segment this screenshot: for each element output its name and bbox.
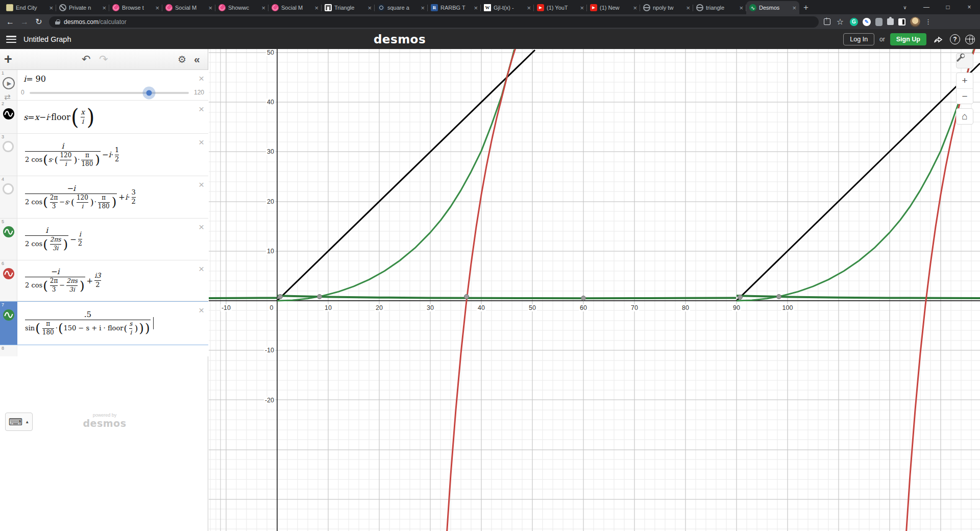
close-expression-icon[interactable]: × [199, 179, 204, 190]
collapse-panel-button[interactable]: « [194, 53, 200, 65]
expression-gutter-1[interactable]: 1 ▶ ⇄ [0, 70, 17, 100]
reload-icon[interactable]: ↻ [32, 17, 46, 27]
browser-tab[interactable]: Social M × [268, 1, 322, 14]
graph-paper[interactable]: -1001020304050607080901005040302010-10-2… [209, 49, 980, 531]
slider-track[interactable] [30, 92, 189, 94]
tab-close-icon[interactable]: × [102, 5, 106, 11]
curve-style-icon-black[interactable] [3, 108, 15, 120]
profile-avatar[interactable] [910, 17, 920, 27]
expression-gutter-3[interactable]: 3 [0, 134, 17, 176]
login-button[interactable]: Log In [843, 33, 874, 45]
grammarly-extension-icon[interactable]: G [850, 18, 858, 26]
poi-dot[interactable] [581, 296, 586, 301]
expression-gutter-4[interactable]: 4 [0, 176, 17, 218]
expression-row-8[interactable]: 8 [0, 345, 208, 356]
tab-search-icon[interactable]: ∨ [897, 0, 913, 14]
expression-gutter-7[interactable]: 7 [0, 302, 17, 345]
poi-dot[interactable] [278, 295, 283, 299]
graph-title[interactable]: Untitled Graph [23, 35, 71, 43]
curve-secant-green[interactable] [277, 50, 974, 301]
expression-gutter-5[interactable]: 5 [0, 219, 17, 260]
expression-row-7[interactable]: 7 .5sin(π180 · (150 − s + i · floor(si))… [0, 301, 208, 345]
close-expression-icon[interactable]: × [199, 73, 204, 84]
graph-settings-wrench-button[interactable] [956, 53, 973, 68]
browser-tab[interactable]: triangle × [693, 1, 746, 14]
tab-close-icon[interactable]: × [49, 5, 53, 11]
docs-extension-icon[interactable]: ✎ [863, 18, 871, 26]
forward-icon[interactable]: → [17, 17, 32, 27]
expression-math-4[interactable]: −i2 cos(2π3 − s · (120i) · π180) + i · 3… [23, 176, 193, 218]
curve-style-icon-green[interactable] [3, 226, 15, 238]
expression-gutter-6[interactable]: 6 [0, 260, 17, 301]
slider-play-icon[interactable]: ▶ [3, 77, 15, 89]
tab-close-icon[interactable]: × [314, 5, 318, 11]
tab-close-icon[interactable]: × [208, 5, 212, 11]
browser-tab[interactable]: Private n × [56, 1, 109, 14]
expression-row-4[interactable]: 4 −i2 cos(2π3 − s · (120i) · π180) + i ·… [0, 176, 208, 219]
tab-close-icon[interactable]: × [261, 5, 265, 11]
expression-row-5[interactable]: 5 i2 cos(2πs3i) − i2 × [0, 219, 208, 260]
edit-list-gear-button[interactable]: ⚙ [178, 54, 186, 65]
expression-math-7[interactable]: .5sin(π180 · (150 − s + i · floor(si))) [23, 302, 193, 345]
browser-tab[interactable]: Desmos × [746, 1, 799, 14]
curve-style-icon-red[interactable] [3, 268, 15, 280]
back-icon[interactable]: ← [3, 17, 17, 27]
tab-close-icon[interactable]: × [792, 5, 796, 11]
expression-math-6[interactable]: −i2 cos(2π3 − 2πs3i) + i32 [23, 260, 193, 301]
zoom-out-button[interactable]: − [957, 88, 973, 104]
window-maximize-button[interactable]: □ [937, 0, 959, 14]
tab-close-icon[interactable]: × [421, 5, 425, 11]
tab-close-icon[interactable]: × [368, 5, 372, 11]
browser-tab[interactable]: (1) YouT × [534, 1, 587, 14]
tab-close-icon[interactable]: × [580, 5, 584, 11]
browser-tab[interactable]: (1) New × [587, 1, 640, 14]
undo-button[interactable]: ↶ [82, 53, 91, 65]
help-icon[interactable]: ? [950, 34, 960, 44]
expression-row-3[interactable]: 3 i2 cos(s · (120i) · π180) − i · 12 × [0, 134, 208, 176]
poi-dot[interactable] [777, 295, 781, 299]
window-close-button[interactable]: × [959, 0, 980, 14]
tab-close-icon[interactable]: × [633, 5, 637, 11]
window-minimize-button[interactable]: — [916, 0, 937, 14]
expression-row-6[interactable]: 6 −i2 cos(2π3 − 2πs3i) + i32 × [0, 260, 208, 301]
curve-hidden-icon[interactable] [3, 141, 14, 152]
browser-tab[interactable]: npoly tw × [640, 1, 693, 14]
signup-button[interactable]: Sign Up [890, 33, 926, 45]
add-expression-button[interactable]: + [4, 52, 19, 67]
poi-dot[interactable] [317, 295, 322, 299]
browser-menu-icon[interactable]: ⋮ [925, 21, 930, 23]
share-icon[interactable] [824, 18, 830, 25]
sidebar-extension-icon[interactable] [898, 18, 905, 26]
keyboard-toggle-button[interactable]: ⌨ ▲ [5, 413, 33, 431]
curve-style-icon-green[interactable] [3, 309, 15, 321]
tab-close-icon[interactable]: × [474, 5, 478, 11]
browser-tab[interactable]: End City × [3, 1, 56, 14]
expression-math-3[interactable]: i2 cos(s · (120i) · π180) − i · 12 [23, 134, 193, 176]
extensions-puzzle-icon[interactable] [887, 18, 894, 25]
gray-extension-icon[interactable] [875, 18, 883, 26]
zoom-in-button[interactable]: + [957, 73, 973, 88]
close-expression-icon[interactable]: × [199, 305, 204, 316]
expression-row-2[interactable]: 2 s = x − i · floor(xi) × [0, 101, 208, 134]
redo-button[interactable]: ↷ [99, 53, 108, 65]
tab-close-icon[interactable]: × [739, 5, 743, 11]
expression-gutter-2[interactable]: 2 [0, 101, 17, 133]
close-expression-icon[interactable]: × [199, 137, 204, 148]
tab-close-icon[interactable]: × [686, 5, 690, 11]
slider-handle[interactable] [146, 90, 152, 96]
hamburger-menu-icon[interactable] [6, 36, 16, 43]
browser-tab[interactable]: Social M × [162, 1, 215, 14]
browser-tab[interactable]: Gjl-t(x) - × [481, 1, 534, 14]
poi-dot[interactable] [464, 295, 469, 299]
address-bar[interactable]: desmos.com/calculator [49, 16, 819, 28]
tab-close-icon[interactable]: × [527, 5, 531, 11]
curve-hidden-icon[interactable] [3, 183, 14, 195]
close-expression-icon[interactable]: × [199, 104, 204, 115]
curve-band-green[interactable] [209, 296, 980, 298]
browser-tab[interactable]: Triangle × [322, 1, 375, 14]
expression-math-5[interactable]: i2 cos(2πs3i) − i2 [23, 219, 193, 260]
close-expression-icon[interactable]: × [199, 263, 204, 275]
curve-secant-red[interactable] [447, 49, 975, 531]
poi-dot[interactable] [738, 295, 743, 300]
share-graph-icon[interactable] [932, 33, 945, 46]
